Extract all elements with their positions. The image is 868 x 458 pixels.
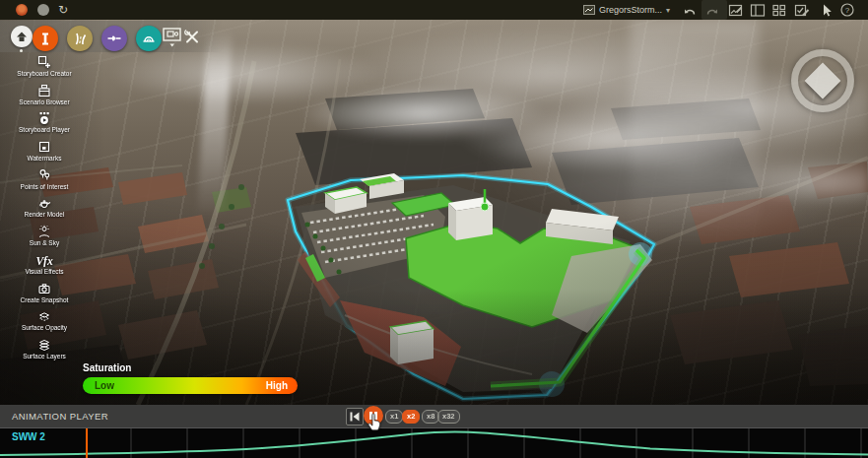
speed-label: x2 bbox=[407, 412, 415, 421]
undo-icon[interactable] bbox=[680, 2, 698, 18]
storyboard-creator-icon bbox=[37, 55, 51, 69]
sidebar-item-storyboard-creator[interactable]: Storyboard Creator bbox=[12, 55, 77, 84]
skip-to-start-icon bbox=[349, 411, 361, 423]
home-tool-dot-icon bbox=[20, 49, 23, 52]
sidebar-item-surface-layers[interactable]: Surface Layers bbox=[12, 338, 77, 366]
svg-text:Vfx: Vfx bbox=[35, 254, 53, 267]
sidebar-item-watermarks[interactable]: Watermarks bbox=[12, 140, 77, 168]
points-of-interest-icon bbox=[37, 168, 51, 182]
sidebar-item-label: Storyboard Creator bbox=[17, 70, 71, 77]
surface-layers-icon bbox=[37, 338, 51, 352]
scenario-browser-icon bbox=[37, 84, 51, 98]
model-home-tool[interactable] bbox=[11, 26, 33, 47]
create-snapshot-icon bbox=[37, 282, 51, 295]
skip-to-start-button[interactable] bbox=[346, 408, 364, 425]
presentation-sidebar: Storyboard Creator Scenario Browser Stor… bbox=[12, 55, 77, 366]
sidebar-item-label: Surface Opacity bbox=[22, 324, 67, 331]
quick-toolbar bbox=[0, 21, 227, 52]
sidebar-item-label: Points of Interest bbox=[21, 183, 69, 190]
mouse-hand-cursor bbox=[367, 413, 383, 433]
viewport-3d[interactable] bbox=[0, 20, 868, 405]
sidebar-item-visual-effects[interactable]: Vfx Visual Effects bbox=[12, 253, 77, 282]
bridges-tool[interactable] bbox=[101, 26, 127, 51]
sun-sky-icon bbox=[37, 225, 51, 238]
sidebar-item-label: Storyboard Player bbox=[19, 126, 70, 133]
tasks-icon[interactable] bbox=[793, 2, 811, 18]
timeline-track[interactable]: SWW 2 bbox=[0, 427, 868, 458]
visual-effects-icon: Vfx bbox=[34, 253, 54, 267]
scene-vignette bbox=[0, 20, 868, 405]
create-design-tool[interactable] bbox=[33, 26, 58, 51]
svg-text:?: ? bbox=[845, 6, 850, 15]
timeline-graph bbox=[0, 428, 868, 458]
chevron-down-icon: ▾ bbox=[666, 6, 670, 15]
surface-opacity-icon bbox=[37, 309, 51, 323]
saturation-low-label: Low bbox=[95, 380, 114, 391]
saturation-control: Saturation Low High bbox=[83, 362, 298, 394]
sidebar-item-label: Surface Layers bbox=[23, 353, 66, 360]
navigation-compass[interactable] bbox=[791, 49, 854, 112]
saturation-slider[interactable]: Low High bbox=[83, 377, 298, 394]
sidebar-item-points-of-interest[interactable]: Points of Interest bbox=[12, 168, 77, 197]
proposal-selector[interactable]: GregorsStorm... ▾ bbox=[583, 2, 670, 18]
speed-x1-button[interactable]: x1 bbox=[385, 410, 403, 424]
sidebar-item-label: Render Model bbox=[25, 211, 65, 218]
select-cursor-icon[interactable] bbox=[817, 2, 835, 18]
sync-icon[interactable]: ↻ bbox=[58, 2, 68, 18]
speed-label: x8 bbox=[427, 412, 434, 421]
redo-icon[interactable] bbox=[703, 2, 721, 18]
sidebar-item-label: Sun & Sky bbox=[30, 239, 59, 246]
animation-player-title: ANIMATION PLAYER bbox=[12, 411, 108, 422]
camera-view-icon[interactable] bbox=[162, 27, 183, 48]
sidebar-item-sun-sky[interactable]: Sun & Sky bbox=[12, 225, 77, 253]
render-model-icon bbox=[37, 196, 52, 210]
sidebar-item-storyboard-player[interactable]: Storyboard Player bbox=[12, 111, 77, 140]
speed-x2-button[interactable]: x2 bbox=[402, 410, 420, 424]
sidebar-item-render-model[interactable]: Render Model bbox=[12, 196, 77, 225]
titlebar: ↻ GregorsStorm... ▾ bbox=[0, 0, 868, 20]
sidebar-item-scenario-browser[interactable]: Scenario Browser bbox=[12, 84, 77, 112]
settings-tools-icon[interactable] bbox=[183, 28, 201, 45]
saturation-high-label: High bbox=[266, 380, 288, 391]
sidebar-item-label: Watermarks bbox=[28, 155, 62, 162]
infraworks-app: ↻ GregorsStorm... ▾ bbox=[0, 0, 868, 458]
tunnels-tool[interactable] bbox=[136, 26, 162, 51]
storyboard-player-icon bbox=[37, 111, 51, 125]
sidebar-item-label: Scenario Browser bbox=[19, 98, 69, 105]
sidebar-item-label: Create Snapshot bbox=[21, 296, 69, 303]
sidebar-item-create-snapshot[interactable]: Create Snapshot bbox=[12, 282, 77, 310]
speed-label: x1 bbox=[390, 412, 398, 421]
watermarks-icon bbox=[37, 140, 51, 154]
user-circle-icon[interactable] bbox=[37, 4, 49, 16]
animation-curve bbox=[0, 431, 868, 455]
sidebar-item-label: Visual Effects bbox=[25, 268, 63, 275]
speed-x32-button[interactable]: x32 bbox=[437, 410, 460, 424]
sidebar-item-surface-opacity[interactable]: Surface Opacity bbox=[12, 309, 77, 338]
side-panel-icon[interactable] bbox=[749, 2, 767, 18]
animation-player-bar: ANIMATION PLAYER x1 x2 x8 x32 bbox=[0, 405, 868, 427]
proposal-name: GregorsStorm... bbox=[599, 5, 662, 15]
speed-label: x32 bbox=[442, 412, 455, 421]
saturation-title: Saturation bbox=[83, 362, 298, 373]
app-avatar-icon[interactable] bbox=[16, 4, 28, 16]
edit-image-icon[interactable] bbox=[727, 2, 745, 18]
model-thumbnail-icon bbox=[583, 5, 595, 15]
grid-view-icon[interactable] bbox=[770, 2, 788, 18]
roads-tool[interactable] bbox=[67, 26, 93, 51]
help-icon[interactable]: ? bbox=[838, 2, 856, 18]
